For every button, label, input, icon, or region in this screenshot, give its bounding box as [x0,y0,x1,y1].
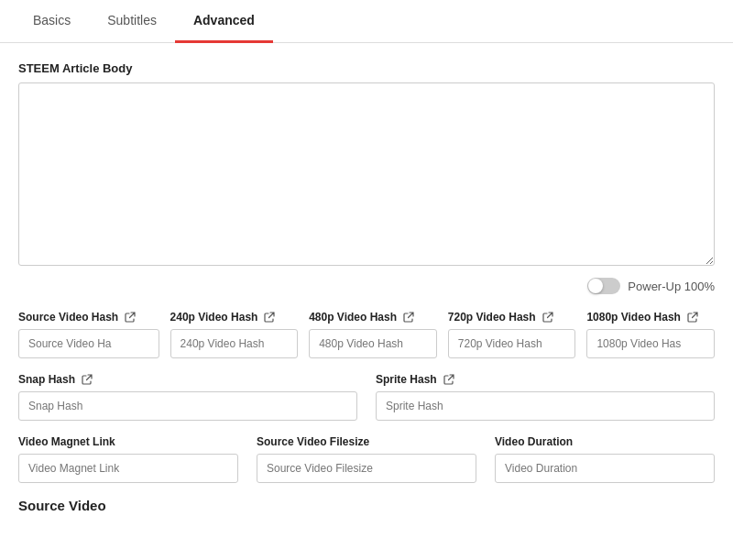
sprite-hash-label: Sprite Hash [376,373,715,386]
source-video-hash-label: Source Video Hash [18,311,159,324]
sprite-hash-external-link-icon[interactable] [441,374,454,385]
video-duration-input[interactable] [495,454,715,483]
tab-basics[interactable]: Basics [15,0,89,43]
tab-subtitles[interactable]: Subtitles [89,0,175,43]
hash-240p-input[interactable] [170,329,299,358]
hash-480p-label: 480p Video Hash [309,311,437,324]
hash-1080p-input[interactable] [586,329,715,358]
hash-720p-external-link-icon[interactable] [540,312,553,323]
video-magnet-link-label: Video Magnet Link [18,435,238,448]
hash-480p-external-link-icon[interactable] [400,312,414,323]
tab-advanced[interactable]: Advanced [175,0,273,43]
snap-hash-label: Snap Hash [18,373,357,386]
tab-bar: Basics Subtitles Advanced [0,0,733,43]
source-video-filesize-label: Source Video Filesize [257,435,476,448]
video-duration-group: Video Duration [495,435,715,483]
hash-720p-label: 720p Video Hash [448,311,576,324]
snap-hash-external-link-icon[interactable] [79,374,93,385]
video-magnet-link-group: Video Magnet Link [18,435,238,483]
toggle-knob [588,279,603,293]
source-video-label: Source Video [18,498,715,513]
source-video-hash-group: Source Video Hash [18,311,159,358]
hash-480p-input[interactable] [309,329,437,358]
video-duration-label: Video Duration [495,435,715,448]
hash-720p-input[interactable] [448,329,576,358]
video-magnet-link-input[interactable] [18,454,238,483]
source-video-filesize-group: Source Video Filesize [257,435,476,483]
power-up-row: Power-Up 100% [18,278,715,294]
source-video-section: Source Video [18,498,715,513]
source-video-hash-input[interactable] [18,329,159,358]
hash-480p-group: 480p Video Hash [309,311,437,358]
wide-fields-row: Snap Hash Sprite Hash [18,373,715,421]
hash-240p-group: 240p Video Hash [170,311,299,358]
hash-1080p-label: 1080p Video Hash [586,311,715,324]
hash-fields-row: Source Video Hash 240p Video Hash [18,311,715,358]
sprite-hash-input[interactable] [376,391,715,421]
snap-hash-input[interactable] [18,391,357,421]
main-content: STEEM Article Body Power-Up 100% Source … [0,43,733,537]
steem-article-textarea[interactable] [18,82,715,266]
hash-720p-group: 720p Video Hash [448,311,576,358]
hash-1080p-group: 1080p Video Hash [586,311,715,358]
snap-hash-group: Snap Hash [18,373,357,421]
power-up-label: Power-Up 100% [628,280,715,293]
power-up-toggle[interactable] [587,278,620,294]
source-video-hash-external-link-icon[interactable] [122,312,136,323]
bottom-fields-row: Video Magnet Link Source Video Filesize … [18,435,715,483]
steem-article-label: STEEM Article Body [18,61,715,75]
hash-240p-label: 240p Video Hash [170,311,299,324]
source-video-filesize-input[interactable] [257,454,476,483]
hash-1080p-external-link-icon[interactable] [684,312,698,323]
sprite-hash-group: Sprite Hash [376,373,715,421]
hash-240p-external-link-icon[interactable] [261,312,275,323]
